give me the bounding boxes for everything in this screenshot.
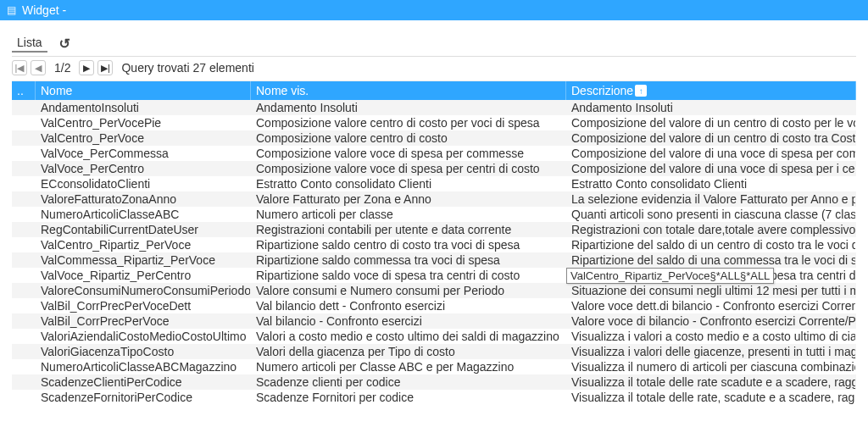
column-header-descrizione[interactable]: Descrizione ↑ [566, 81, 856, 100]
row-selector-cell[interactable] [12, 298, 36, 313]
menu-icon[interactable]: ▤ [5, 4, 17, 16]
table-row[interactable]: AndamentoInsolutiAndamento InsolutiAndam… [12, 100, 856, 115]
cell-nome[interactable]: NumeroArticoliClasseABC [36, 207, 251, 222]
cell-descrizione[interactable]: Ripartizione del saldo di un centro di c… [566, 237, 856, 252]
table-row[interactable]: ValVoce_PerCommessaComposizione valore v… [12, 146, 856, 161]
cell-nome-vis[interactable]: Valori della giacenza per Tipo di costo [251, 344, 566, 359]
cell-nome-vis[interactable]: Andamento Insoluti [251, 100, 566, 115]
cell-descrizione[interactable]: Visualizza il totale delle rate scadute … [566, 374, 856, 390]
cell-nome-vis[interactable]: Composizione valore centro di costo per … [251, 115, 566, 130]
cell-nome-vis[interactable]: Composizione valore voce di spesa per co… [251, 146, 566, 161]
cell-nome[interactable]: ValVoce_PerCommessa [36, 146, 251, 161]
cell-nome[interactable]: ValoriAziendaliCostoMedioCostoUltimo [36, 329, 251, 344]
refresh-icon[interactable]: ↻ [59, 36, 70, 52]
pager-next-button[interactable]: ▶ [79, 60, 94, 75]
cell-descrizione[interactable]: La selezione evidenzia il Valore Fattura… [566, 191, 856, 207]
cell-nome-vis[interactable]: Val bilancio - Confronto esercizi [251, 313, 566, 329]
cell-descrizione[interactable]: Andamento Insoluti [566, 100, 856, 115]
cell-descrizione[interactable]: Situazione dei consumi negli ultimi 12 m… [566, 283, 856, 298]
cell-nome-vis[interactable]: Estratto Conto consolidato Clienti [251, 176, 566, 191]
pager-prev-button[interactable]: ◀ [31, 60, 46, 75]
row-selector-cell[interactable] [12, 329, 36, 344]
table-row[interactable]: NumeroArticoliClasseABCNumero articoli p… [12, 207, 856, 222]
cell-nome-vis[interactable]: Valore consumi e Numero consumi per Peri… [251, 283, 566, 298]
cell-nome[interactable]: ECconsolidatoClienti [36, 176, 251, 191]
cell-nome-vis[interactable]: Ripartizione saldo centro di costo tra v… [251, 237, 566, 252]
row-selector-cell[interactable] [12, 191, 36, 207]
cell-nome-vis[interactable]: Scadenze clienti per codice [251, 374, 566, 390]
table-row[interactable]: ValoriAziendaliCostoMedioCostoUltimoValo… [12, 329, 856, 344]
cell-descrizione[interactable]: Estratto Conto consolidato Clienti [566, 176, 856, 191]
row-selector-cell[interactable] [12, 390, 36, 405]
cell-descrizione[interactable]: Composizione del valore di una voce di s… [566, 161, 856, 176]
cell-nome-vis[interactable]: Numero articoli per Classe ABC e per Mag… [251, 359, 566, 374]
table-row[interactable]: ValoreFatturatoZonaAnnoValore Fatturato … [12, 191, 856, 207]
column-header-nome-vis[interactable]: Nome vis. [251, 81, 566, 100]
row-selector-cell[interactable] [12, 283, 36, 298]
table-row[interactable]: ValBil_CorrPrecPerVoceVal bilancio - Con… [12, 313, 856, 329]
cell-nome[interactable]: ValoriGiacenzaTipoCosto [36, 344, 251, 359]
row-selector-cell[interactable] [12, 100, 36, 115]
table-row[interactable]: ScadenzeFornitoriPerCodiceScadenze Forni… [12, 390, 856, 405]
cell-descrizione[interactable]: Valore voce dett.di bilancio - Confronto… [566, 298, 856, 313]
cell-nome[interactable]: NumeroArticoliClasseABCMagazzino [36, 359, 251, 374]
row-selector-cell[interactable] [12, 359, 36, 374]
cell-descrizione[interactable]: Visualizza il totale delle rate, scadute… [566, 390, 856, 405]
cell-nome-vis[interactable]: Val bilancio dett - Confronto esercizi [251, 298, 566, 313]
cell-nome-vis[interactable]: Ripartizione saldo voce di spesa tra cen… [251, 268, 566, 283]
table-row[interactable]: ValCentro_PerVocePieComposizione valore … [12, 115, 856, 130]
cell-nome-vis[interactable]: Composizione valore centro di costo [251, 130, 566, 146]
tab-lista[interactable]: Lista [12, 34, 47, 53]
table-row[interactable]: ValoreConsumiNumeroConsumiPeriodoValore … [12, 283, 856, 298]
pager-last-button[interactable]: ▶| [97, 60, 113, 75]
cell-descrizione[interactable]: Valore voce di bilancio - Confronto eser… [566, 313, 856, 329]
row-selector-cell[interactable] [12, 222, 36, 237]
cell-nome[interactable]: ValCommessa_Ripartiz_PerVoce [36, 252, 251, 268]
cell-nome-vis[interactable]: Scadenze Fornitori per codice [251, 390, 566, 405]
table-row[interactable]: ECconsolidatoClientiEstratto Conto conso… [12, 176, 856, 191]
row-selector-cell[interactable] [12, 115, 36, 130]
table-row[interactable]: ValCommessa_Ripartiz_PerVoceRipartizione… [12, 252, 856, 268]
table-row[interactable]: ScadenzeClientiPerCodiceScadenze clienti… [12, 374, 856, 390]
cell-nome-vis[interactable]: Registrazioni contabili per utente e dat… [251, 222, 566, 237]
row-selector-cell[interactable] [12, 252, 36, 268]
table-row[interactable]: ValVoce_PerCentroComposizione valore voc… [12, 161, 856, 176]
row-selector-cell[interactable] [12, 176, 36, 191]
cell-nome-vis[interactable]: Valori a costo medio e costo ultimo dei … [251, 329, 566, 344]
column-header-nome[interactable]: Nome [36, 81, 251, 100]
cell-nome[interactable]: ValBil_CorrPrecPerVoceDett [36, 298, 251, 313]
cell-descrizione[interactable]: Visualizza il numero di articoli per cia… [566, 359, 856, 374]
cell-nome[interactable]: ScadenzeFornitoriPerCodice [36, 390, 251, 405]
row-selector-cell[interactable] [12, 146, 36, 161]
table-row[interactable]: ValBil_CorrPrecPerVoceDettVal bilancio d… [12, 298, 856, 313]
titlebar[interactable]: ▤ Widget - [0, 0, 868, 20]
row-selector-cell[interactable] [12, 237, 36, 252]
cell-nome[interactable]: ValCentro_PerVocePie [36, 115, 251, 130]
cell-nome[interactable]: ValVoce_Ripartiz_PerCentro [36, 268, 251, 283]
pager-first-button[interactable]: |◀ [12, 60, 27, 75]
cell-nome[interactable]: ValoreConsumiNumeroConsumiPeriodo [36, 283, 251, 298]
cell-nome[interactable]: RegContabiliCurrentDateUser [36, 222, 251, 237]
column-header-selector[interactable]: .. [12, 81, 36, 100]
cell-descrizione[interactable]: Quanti articoli sono presenti in ciascun… [566, 207, 856, 222]
cell-nome[interactable]: AndamentoInsoluti [36, 100, 251, 115]
cell-descrizione[interactable]: Composizione del valore di un centro di … [566, 115, 856, 130]
cell-descrizione[interactable]: Ripartizione del saldo di una commessa t… [566, 252, 856, 268]
cell-nome-vis[interactable]: Valore Fatturato per Zona e Anno [251, 191, 566, 207]
cell-descrizione[interactable]: Visualizza i valori delle giacenze, pres… [566, 344, 856, 359]
cell-nome-vis[interactable]: Ripartizione saldo commessa tra voci di … [251, 252, 566, 268]
table-row[interactable]: NumeroArticoliClasseABCMagazzinoNumero a… [12, 359, 856, 374]
row-selector-cell[interactable] [12, 130, 36, 146]
cell-nome[interactable]: ValVoce_PerCentro [36, 161, 251, 176]
table-row[interactable]: ValCentro_PerVoceComposizione valore cen… [12, 130, 856, 146]
cell-nome[interactable]: ValoreFatturatoZonaAnno [36, 191, 251, 207]
cell-nome-vis[interactable]: Numero articoli per classe [251, 207, 566, 222]
cell-nome-vis[interactable]: Composizione valore voce di spesa per ce… [251, 161, 566, 176]
row-selector-cell[interactable] [12, 268, 36, 283]
table-row[interactable]: ValCentro_Ripartiz_PerVoceRipartizione s… [12, 237, 856, 252]
cell-nome[interactable]: ValBil_CorrPrecPerVoce [36, 313, 251, 329]
cell-nome[interactable]: ScadenzeClientiPerCodice [36, 374, 251, 390]
cell-nome[interactable]: ValCentro_Ripartiz_PerVoce [36, 237, 251, 252]
row-selector-cell[interactable] [12, 207, 36, 222]
cell-descrizione[interactable]: Composizione del valore di una voce di s… [566, 146, 856, 161]
